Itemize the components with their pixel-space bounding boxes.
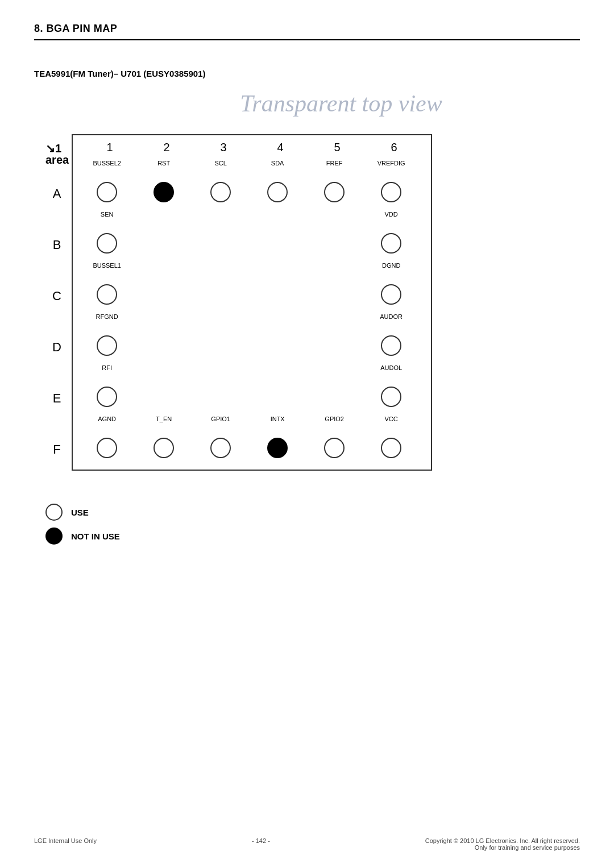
pin-d1-label: RFGND: [96, 313, 118, 320]
pin-a2: RST: [135, 157, 192, 208]
pin-f6-circle: [381, 438, 401, 458]
pin-e3: [192, 362, 249, 413]
legend-use: USE: [45, 504, 580, 521]
pin-f4-circle: [267, 438, 288, 458]
legend-use-label: USE: [71, 508, 89, 517]
pin-b3: [192, 208, 249, 259]
legend-use-circle: [45, 504, 63, 521]
chip-title: TEA5991(FM Tuner)– U701 (EUSY0385901): [34, 69, 580, 78]
pin-e4: [249, 362, 306, 413]
pin-c3: [192, 259, 249, 310]
pin-f3: GPIO1: [192, 413, 249, 464]
pin-d3: [192, 310, 249, 362]
pin-a1-circle: [97, 182, 117, 202]
col-header-1: 1: [81, 141, 138, 154]
pin-row-b: SEN VDD: [78, 208, 422, 259]
pin-a2-label: RST: [157, 160, 170, 167]
pin-f2-circle: [154, 438, 174, 458]
diagram-main-label: Transparent top view: [68, 90, 614, 117]
row-label-a: A: [45, 168, 68, 219]
pin-f3-circle: [210, 438, 231, 458]
area-text-label: area: [45, 154, 69, 165]
pin-f6-label: VCC: [385, 416, 398, 422]
pin-f1: AGND: [78, 413, 135, 464]
pin-f5: GPIO2: [306, 413, 363, 464]
row-label-f: F: [45, 424, 68, 475]
pin-e1: RFI: [78, 362, 135, 413]
pin-a5: FREF: [306, 157, 363, 208]
pin-e6: AUDOL: [363, 362, 420, 413]
pin-b1-label: SEN: [101, 211, 114, 218]
pin-f1-circle: [97, 438, 117, 458]
col-header-6: 6: [366, 141, 422, 154]
row-label-b: B: [45, 219, 68, 271]
pin-d6-label: AUDOR: [380, 313, 403, 320]
pin-c6-circle: [381, 284, 401, 305]
col-header-2: 2: [138, 141, 195, 154]
pin-c6: DGND: [363, 259, 420, 310]
legend-not-in-use-circle: [45, 528, 63, 545]
pin-f5-circle: [324, 438, 345, 458]
pin-a5-label: FREF: [326, 160, 343, 167]
pin-c4: [249, 259, 306, 310]
pin-a4-label: SDA: [271, 160, 284, 167]
pin-a3-circle: [210, 182, 231, 202]
row-label-e: E: [45, 373, 68, 424]
pin-row-c: BUSSEL1 DGND: [78, 259, 422, 310]
pin-e6-circle: [381, 387, 401, 407]
footer-right: Copyright © 2010 LG Electronics. Inc. Al…: [425, 837, 580, 851]
footer-center: - 142 -: [252, 837, 270, 851]
legend-not-in-use: NOT IN USE: [45, 528, 580, 545]
row-label-c: C: [45, 271, 68, 322]
pin-b6-circle: [381, 233, 401, 254]
col-header-5: 5: [309, 141, 366, 154]
pin-d6: AUDOR: [363, 310, 420, 362]
col-header-4: 4: [252, 141, 309, 154]
pin-f2-label: T_EN: [156, 416, 172, 422]
legend-not-in-use-label: NOT IN USE: [71, 531, 120, 541]
pin-a1: BUSSEL2: [78, 157, 135, 208]
pin-b4: [249, 208, 306, 259]
pin-c5: [306, 259, 363, 310]
pin-f3-label: GPIO1: [211, 416, 230, 422]
pin-b2: [135, 208, 192, 259]
section-title: 8. BGA PIN MAP: [34, 23, 580, 35]
pin-f5-label: GPIO2: [325, 416, 344, 422]
pin-f4-label: INTX: [271, 416, 285, 422]
pin-a3: SCL: [192, 157, 249, 208]
pin-e1-label: RFI: [102, 364, 112, 371]
pin-a4: SDA: [249, 157, 306, 208]
col-header-3: 3: [195, 141, 252, 154]
pin-f6: VCC: [363, 413, 420, 464]
pin-a6: VREFDIG: [363, 157, 420, 208]
pin-f1-label: AGND: [98, 416, 116, 422]
pin-e5: [306, 362, 363, 413]
pin-b5: [306, 208, 363, 259]
pin-c1: BUSSEL1: [78, 259, 135, 310]
row-label-d: D: [45, 322, 68, 373]
pin-f2: T_EN: [135, 413, 192, 464]
pin-d6-circle: [381, 335, 401, 356]
pin-a6-label: VREFDIG: [377, 160, 405, 167]
pin-row-f: AGND T_EN GPIO1 INTX: [78, 413, 422, 464]
pin-b6: VDD: [363, 208, 420, 259]
area-arrow-label: ↘1: [45, 143, 69, 154]
pin-e1-circle: [97, 387, 117, 407]
pin-a6-circle: [381, 182, 401, 202]
pin-d1: RFGND: [78, 310, 135, 362]
pin-b1-circle: [97, 233, 117, 254]
pin-a5-circle: [324, 182, 345, 202]
pin-d5: [306, 310, 363, 362]
pin-b6-label: VDD: [385, 211, 398, 218]
pin-a1-label: BUSSEL2: [93, 160, 121, 167]
pin-c1-label: BUSSEL1: [93, 262, 121, 269]
pin-c2: [135, 259, 192, 310]
footer-left: LGE Internal Use Only: [34, 837, 97, 851]
pin-a3-label: SCL: [214, 160, 226, 167]
pin-row-a: BUSSEL2 RST SCL SDA: [78, 157, 422, 208]
pin-c1-circle: [97, 284, 117, 305]
pin-row-e: RFI AUDOL: [78, 362, 422, 413]
pin-e6-label: AUDOL: [380, 364, 402, 371]
pin-b1: SEN: [78, 208, 135, 259]
pin-c6-label: DGND: [382, 262, 400, 269]
